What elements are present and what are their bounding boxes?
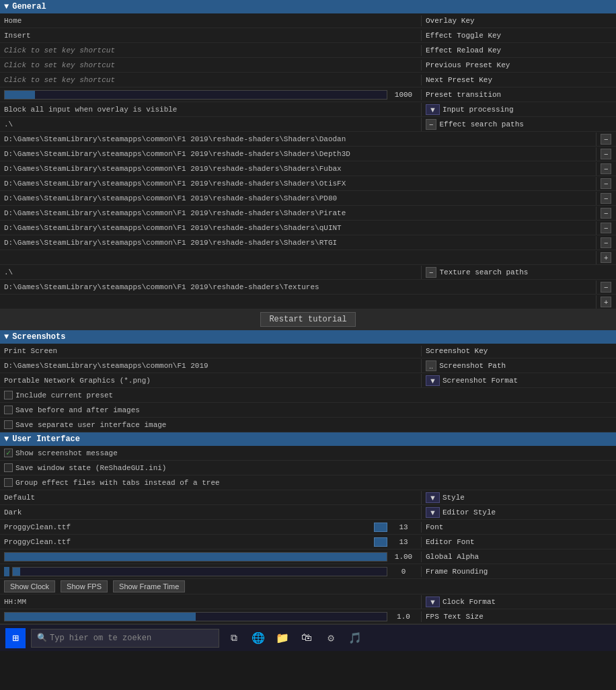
frame-rounding-slider[interactable] [12, 567, 387, 576]
effect-path-5-right: − [596, 192, 616, 205]
next-preset-label: Next Preset Key [426, 76, 492, 84]
frame-rounding-right: Frame Rounding [421, 566, 616, 577]
save-before-after-row: Save before and after images [0, 403, 616, 418]
effect-path-1-minus[interactable]: − [601, 134, 611, 145]
effect-path-2-right: − [596, 147, 616, 161]
effect-path-3-minus[interactable]: − [601, 163, 611, 174]
edge-browser-icon[interactable]: 🌐 [249, 629, 268, 648]
frame-rounding-handle[interactable] [4, 567, 9, 576]
group-effect-files-checkbox[interactable] [4, 478, 13, 487]
effect-root-minus-btn[interactable]: − [426, 119, 436, 130]
prev-preset-left[interactable]: Click to set key shortcut [0, 60, 421, 71]
file-explorer-icon[interactable]: 📁 [273, 629, 292, 648]
group-effect-files-left: Group effect files with tabs instead of … [0, 477, 616, 488]
texture-path-add-btn[interactable]: + [601, 297, 611, 307]
task-view-icon[interactable]: ⧉ [225, 629, 243, 648]
save-ui-row: Save separate user interface image [0, 418, 616, 432]
show-clock-btn[interactable]: Show Clock [4, 580, 55, 592]
screenshot-path-right: .. Screenshot Path [421, 359, 616, 373]
save-window-state-text: Save window state (ReShadeGUI.ini) [15, 464, 166, 472]
effect-path-7-row: D:\Games\SteamLibrary\steamapps\common\F… [0, 221, 616, 235]
effect-search-path-root: .\ [0, 119, 421, 130]
show-fps-btn[interactable]: Show FPS [61, 580, 108, 592]
effect-path-4-minus[interactable]: − [601, 178, 611, 189]
effect-path-5-left: D:\Games\SteamLibrary\steamapps\common\F… [0, 193, 596, 204]
editor-font-size-value: 13 [390, 538, 417, 546]
store-glyph: 🛍 [301, 631, 312, 644]
taskbar-search-bar[interactable]: 🔍 Typ hier om te zoeken [31, 629, 219, 648]
effect-root-path: .\ [4, 120, 13, 128]
effect-path-7-minus[interactable]: − [601, 223, 611, 233]
general-header[interactable]: ▼ General [0, 0, 616, 13]
next-preset-row: Click to set key shortcut Next Preset Ke… [0, 73, 616, 87]
start-button[interactable]: ⊞ [5, 628, 26, 648]
texture-path-1-right: − [596, 280, 616, 294]
screenshot-format-right: ▼ Screenshot Format [421, 374, 616, 387]
input-processing-right: ▼ Input processing [421, 103, 616, 116]
effect-path-8-minus[interactable]: − [601, 237, 611, 248]
screenshots-arrow-icon: ▼ [4, 332, 9, 342]
effect-path-1-row: D:\Games\SteamLibrary\steamapps\common\F… [0, 132, 616, 147]
font-size-slider[interactable] [374, 523, 387, 532]
editor-font-right: Editor Font [421, 537, 616, 547]
frame-rounding-label: Frame Rounding [426, 568, 488, 576]
file-explorer-glyph: 📁 [276, 631, 289, 645]
next-preset-left[interactable]: Click to set key shortcut [0, 75, 421, 85]
general-arrow-icon: ▼ [4, 2, 9, 11]
font-left: ProggyClean.ttf 13 [0, 521, 421, 533]
effect-path-1-text: D:\Games\SteamLibrary\steamapps\common\F… [4, 135, 346, 143]
show-screenshot-msg-checkbox[interactable]: ✓ [4, 449, 13, 457]
effect-path-add-btn[interactable]: + [601, 252, 611, 263]
settings-icon[interactable]: ⚙ [321, 629, 340, 648]
ui-header[interactable]: ▼ User Interface [0, 432, 616, 446]
texture-path-add-right: + [596, 295, 616, 309]
effect-path-add-row: + [0, 250, 616, 265]
effect-toggle-label: Effect Toggle Key [426, 32, 501, 40]
general-section: ▼ General Home Overlay Key Insert Effect… [0, 0, 616, 330]
preset-transition-row: 1000 Preset transition [0, 87, 616, 102]
overlay-key-label: Overlay Key [426, 17, 475, 25]
save-before-after-checkbox[interactable] [4, 406, 13, 414]
global-alpha-slider[interactable] [4, 552, 387, 562]
overlay-key-left: Home [0, 15, 421, 26]
save-window-state-checkbox[interactable] [4, 463, 13, 472]
texture-root-minus-btn[interactable]: − [426, 267, 436, 278]
editor-style-dropdown[interactable]: ▼ [426, 507, 440, 518]
include-preset-checkbox[interactable] [4, 391, 13, 399]
screenshot-path-browse-btn[interactable]: .. [426, 360, 436, 371]
effect-path-add-left [0, 256, 596, 259]
effect-path-5-minus[interactable]: − [601, 193, 611, 204]
effect-path-4-left: D:\Games\SteamLibrary\steamapps\common\F… [0, 178, 596, 189]
texture-path-1-minus[interactable]: − [601, 282, 611, 293]
include-preset-text: Include current preset [15, 391, 113, 399]
screenshot-key-value: Print Screen [4, 347, 57, 355]
fps-text-size-slider[interactable] [4, 612, 387, 621]
fps-text-size-label: FPS Text Size [426, 613, 484, 621]
group-effect-files-row: Group effect files with tabs instead of … [0, 475, 616, 490]
effect-reload-left[interactable]: Click to set key shortcut [0, 45, 421, 56]
screenshot-format-dropdown[interactable]: ▼ [426, 375, 440, 386]
texture-root-path: .\ [4, 268, 13, 276]
texture-path-add-left [0, 301, 596, 303]
clock-format-dropdown[interactable]: ▼ [426, 597, 440, 607]
effect-reload-label: Effect Reload Key [426, 46, 501, 54]
preset-transition-slider[interactable] [4, 90, 387, 100]
restart-tutorial-btn[interactable]: Restart tutorial [260, 312, 355, 327]
clock-format-left: HH:MM [0, 597, 421, 607]
preset-transition-label: Preset transition [426, 91, 501, 99]
texture-search-header-row: .\ − Texture search paths [0, 265, 616, 280]
show-frame-time-btn[interactable]: Show Frame Time [113, 580, 185, 592]
editor-font-size-slider[interactable] [374, 537, 387, 547]
screenshots-header[interactable]: ▼ Screenshots [0, 330, 616, 344]
effect-path-4-row: D:\Games\SteamLibrary\steamapps\common\F… [0, 176, 616, 191]
restart-tutorial-row: Restart tutorial [0, 309, 616, 330]
spotify-icon[interactable]: 🎵 [346, 629, 364, 648]
frame-rounding-value: 0 [390, 568, 417, 576]
effect-path-6-minus[interactable]: − [601, 208, 611, 219]
save-ui-checkbox[interactable] [4, 420, 13, 429]
effect-path-2-minus[interactable]: − [601, 149, 611, 159]
input-processing-dropdown[interactable]: ▼ [426, 104, 440, 115]
style-dropdown[interactable]: ▼ [426, 492, 440, 503]
store-icon[interactable]: 🛍 [297, 629, 316, 648]
style-value: Default [4, 494, 35, 502]
